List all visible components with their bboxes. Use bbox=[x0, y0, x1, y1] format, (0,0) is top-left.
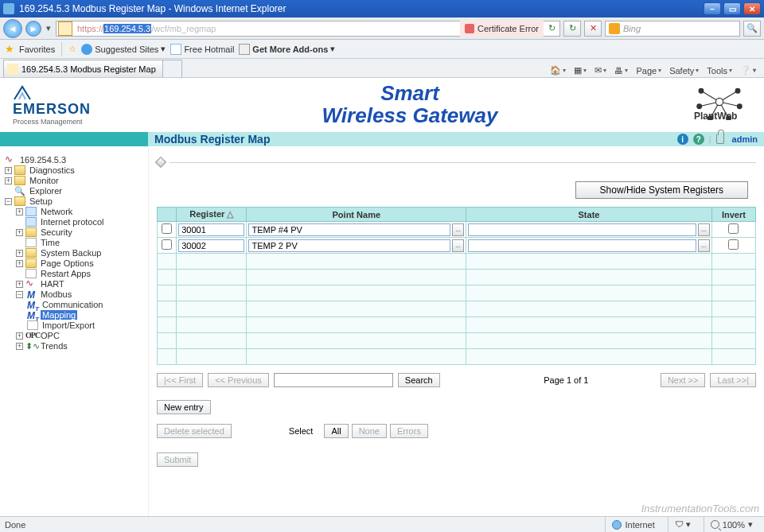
tree-opc[interactable]: +OPCOPC bbox=[16, 331, 145, 340]
help-page-icon[interactable]: ? bbox=[693, 134, 704, 145]
state-picker-button[interactable]: … bbox=[698, 239, 710, 252]
pager-search-button[interactable]: Search bbox=[398, 373, 440, 387]
expand-icon[interactable]: + bbox=[16, 229, 23, 236]
refresh-button[interactable]: ↻ bbox=[563, 21, 581, 37]
table-row-empty bbox=[158, 285, 756, 301]
invert-checkbox[interactable] bbox=[728, 223, 739, 234]
new-tab-button[interactable] bbox=[163, 60, 182, 77]
select-all-button[interactable]: All bbox=[324, 424, 348, 438]
tree-monitor[interactable]: +Monitor bbox=[5, 176, 145, 185]
new-entry-button[interactable]: New entry bbox=[157, 400, 211, 414]
expand-icon[interactable]: + bbox=[16, 332, 23, 340]
window-maximize-button[interactable]: ▭ bbox=[723, 2, 741, 15]
nav-history-dropdown[interactable]: ▾ bbox=[45, 23, 53, 33]
tree-page-options[interactable]: +Page Options bbox=[16, 258, 145, 268]
select-errors-button[interactable]: Errors bbox=[390, 424, 428, 438]
safety-menu[interactable]: Safety▾ bbox=[668, 66, 700, 76]
col-register[interactable]: Register △ bbox=[177, 208, 247, 222]
tree-hart[interactable]: +∿HART bbox=[16, 279, 145, 289]
help-button[interactable]: ❔▾ bbox=[739, 65, 758, 76]
certificate-error-button[interactable]: Certificate Error bbox=[460, 21, 544, 37]
plantweb-label: PlantWeb bbox=[694, 111, 737, 122]
show-hide-system-registers-button[interactable]: Show/Hide System Registers bbox=[575, 181, 748, 199]
expand-icon[interactable]: + bbox=[16, 250, 23, 257]
row-checkbox[interactable] bbox=[162, 239, 172, 250]
collapse-icon[interactable]: − bbox=[16, 291, 23, 298]
submit-button[interactable]: Submit bbox=[157, 452, 198, 467]
tree-diagnostics[interactable]: +Diagnostics bbox=[5, 165, 145, 175]
get-addons-link[interactable]: Get More Add-ons ▾ bbox=[239, 44, 335, 55]
address-text[interactable]: https://169.254.5.3/wcf/mb_regmap bbox=[74, 24, 460, 33]
invert-checkbox[interactable] bbox=[728, 239, 739, 250]
favorites-label[interactable]: Favorites bbox=[19, 45, 55, 54]
prev-page-button[interactable]: << Previous bbox=[208, 373, 269, 387]
tree-modbus-communication[interactable]: MTCommunication bbox=[27, 300, 145, 309]
select-none-button[interactable]: None bbox=[352, 424, 387, 438]
address-bar[interactable]: https://169.254.5.3/wcf/mb_regmap Certif… bbox=[56, 21, 560, 37]
col-invert[interactable]: Invert bbox=[711, 208, 755, 222]
status-zoom[interactable]: 100% ▾ bbox=[704, 517, 759, 532]
tree-root[interactable]: ∿169.254.5.3 bbox=[5, 155, 145, 165]
expand-icon[interactable]: + bbox=[16, 281, 23, 288]
register-input[interactable] bbox=[178, 223, 244, 236]
free-hotmail-link[interactable]: Free Hotmail bbox=[170, 44, 234, 55]
tree-security[interactable]: +Security bbox=[16, 227, 145, 237]
point-name-input[interactable] bbox=[248, 223, 450, 236]
tree-modbus-import-export[interactable]: Import/Export bbox=[27, 320, 145, 330]
feeds-button[interactable]: ▦▾ bbox=[572, 65, 588, 76]
home-button[interactable]: 🏠▾ bbox=[548, 65, 567, 76]
tree-internet-protocol[interactable]: Internet protocol bbox=[16, 217, 145, 227]
print-button[interactable]: 🖶▾ bbox=[613, 66, 630, 76]
tools-menu[interactable]: Tools▾ bbox=[705, 66, 734, 76]
tree-explorer[interactable]: 🔍Explorer bbox=[5, 186, 145, 196]
stop-button[interactable]: ✕ bbox=[584, 21, 602, 37]
delete-selected-button[interactable]: Delete selected bbox=[157, 424, 232, 438]
back-button[interactable]: ◄ bbox=[3, 19, 22, 38]
tree-system-backup[interactable]: +System Backup bbox=[16, 248, 145, 258]
section-stripe: Modbus Register Map i ? | admin bbox=[0, 132, 764, 146]
point-picker-button[interactable]: … bbox=[452, 223, 464, 236]
info-icon[interactable]: i bbox=[677, 134, 688, 145]
forward-button[interactable]: ► bbox=[25, 21, 41, 37]
point-name-input[interactable] bbox=[248, 239, 450, 252]
modbus-m-icon: MT bbox=[27, 310, 38, 320]
status-protected-mode[interactable]: Internet bbox=[605, 517, 661, 532]
register-input[interactable] bbox=[178, 239, 244, 252]
expand-icon[interactable]: + bbox=[5, 177, 12, 184]
tree-modbus-mapping[interactable]: MTMapping bbox=[27, 310, 145, 320]
state-input[interactable] bbox=[468, 239, 696, 252]
window-minimize-button[interactable]: – bbox=[704, 2, 721, 15]
expand-icon[interactable]: + bbox=[5, 167, 12, 174]
point-picker-button[interactable]: … bbox=[452, 239, 464, 252]
page-tab[interactable]: 169.254.5.3 Modbus Register Map bbox=[3, 60, 163, 77]
tree-restart-apps[interactable]: Restart Apps bbox=[16, 269, 145, 278]
tree-trends[interactable]: +⬍∿Trends bbox=[16, 341, 145, 351]
add-favorite-icon[interactable]: ☆ bbox=[68, 44, 76, 54]
status-security[interactable]: 🛡 ▾ bbox=[668, 517, 697, 532]
tree-modbus[interactable]: −MModbus bbox=[16, 289, 145, 299]
search-go-button[interactable]: 🔍 bbox=[743, 21, 761, 37]
browser-search-input[interactable]: Bing bbox=[605, 21, 740, 37]
suggested-sites-link[interactable]: Suggested Sites ▾ bbox=[81, 44, 166, 55]
state-input[interactable] bbox=[468, 223, 696, 236]
tree-setup[interactable]: −Setup bbox=[5, 196, 145, 206]
go-refresh-icon[interactable]: ↻ bbox=[544, 23, 559, 33]
last-page-button[interactable]: Last >>| bbox=[710, 373, 756, 387]
read-mail-button[interactable]: ✉▾ bbox=[593, 65, 608, 76]
window-close-button[interactable]: ✕ bbox=[743, 2, 761, 15]
row-checkbox[interactable] bbox=[162, 223, 172, 234]
page-menu[interactable]: Page▾ bbox=[634, 66, 663, 76]
tree-time[interactable]: Time bbox=[16, 238, 145, 247]
first-page-button[interactable]: |<< First bbox=[157, 373, 203, 387]
expand-icon[interactable]: + bbox=[16, 343, 23, 350]
next-page-button[interactable]: Next >> bbox=[661, 373, 706, 387]
expand-icon[interactable]: + bbox=[16, 260, 23, 267]
col-state[interactable]: State bbox=[466, 208, 712, 222]
collapse-icon[interactable]: − bbox=[5, 198, 12, 205]
pager-search-input[interactable] bbox=[274, 373, 393, 387]
tree-network[interactable]: +Network bbox=[16, 207, 145, 216]
favorites-star-icon[interactable]: ★ bbox=[5, 43, 14, 55]
expand-icon[interactable]: + bbox=[16, 208, 23, 216]
col-point-name[interactable]: Point Name bbox=[247, 208, 466, 222]
state-picker-button[interactable]: … bbox=[698, 223, 710, 236]
